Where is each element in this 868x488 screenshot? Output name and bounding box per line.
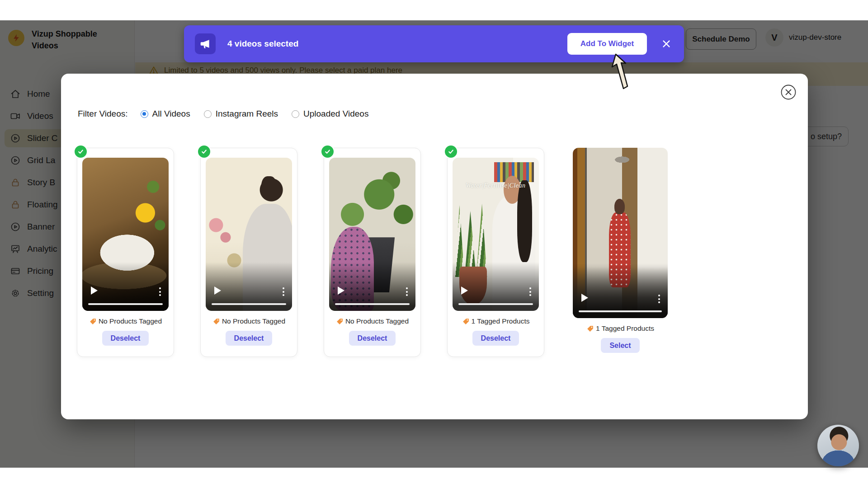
modal-close-icon[interactable] [780,84,797,101]
selected-check-icon [444,145,458,159]
video-progress-bar[interactable] [458,303,533,305]
video-card-5: 1 Tagged Products Select [573,148,668,353]
page: Vizup Shoppable Videos Home Videos Slide… [0,0,868,488]
filter-label: Filter Videos: [78,109,128,119]
tag-row: No Products Tagged [212,317,285,325]
video-select-modal: Filter Videos: All Videos Instagram Reel… [61,74,808,419]
filter-option-uploaded-videos[interactable]: Uploaded Videos [292,109,368,119]
filter-option-instagram-reels[interactable]: Instagram Reels [204,109,278,119]
deselect-button[interactable]: Deselect [226,331,273,346]
filter-option-label: Uploaded Videos [303,109,368,119]
tag-text: 1 Tagged Products [472,317,530,325]
filter-option-label: All Videos [152,109,190,119]
play-icon[interactable] [91,286,98,295]
video-thumbnail-plant-care[interactable]: Water|Fertilise|Clean [453,158,539,311]
selected-check-icon [197,145,211,159]
video-menu-icon[interactable] [406,287,408,296]
video-shade [573,263,668,318]
tag-row: No Products Tagged [89,317,162,325]
video-progress-bar[interactable] [579,310,662,312]
deselect-button[interactable]: Deselect [349,331,396,346]
tag-row: No Products Tagged [336,317,409,325]
mouse-cursor [611,53,633,93]
video-card-2: No Products Tagged Deselect [200,148,297,357]
selection-toast: 4 videos selected Add To Widget [184,25,684,62]
tag-row: 1 Tagged Products [462,317,530,325]
radio-icon[interactable] [292,110,299,118]
tag-icon [586,325,594,333]
selected-check-icon [74,145,88,159]
filter-options: All Videos Instagram Reels Uploaded Vide… [141,109,369,119]
video-thumbnail-plant-holding[interactable] [329,158,415,311]
select-button[interactable]: Select [601,338,639,353]
video-menu-icon[interactable] [159,287,161,296]
tag-text: No Products Tagged [99,317,162,325]
tag-text: No Products Tagged [345,317,409,325]
tag-icon [336,318,344,325]
video-thumbnail-interview[interactable] [206,158,292,311]
video-card-3: No Products Tagged Deselect [324,148,421,357]
toast-close-icon[interactable] [660,37,673,51]
bottom-margin [0,468,868,488]
deselect-button[interactable]: Deselect [472,331,519,346]
filter-row: Filter Videos: All Videos Instagram Reel… [78,109,368,119]
video-card-list: No Products Tagged Deselect No Products … [77,148,668,357]
play-icon[interactable] [461,286,468,295]
video-thumbnail-flower-pot[interactable] [82,158,169,311]
tag-icon [212,318,220,325]
tag-icon [462,318,470,325]
video-card-4: Water|Fertilise|Clean 1 Tagged Products … [447,148,544,357]
add-to-widget-button[interactable]: Add To Widget [567,33,647,55]
video-menu-icon[interactable] [658,295,660,303]
tag-text: No Products Tagged [222,317,285,325]
video-progress-bar[interactable] [335,303,410,305]
radio-icon[interactable] [204,110,212,118]
radio-icon[interactable] [141,110,148,118]
video-menu-icon[interactable] [283,287,284,296]
filter-option-label: Instagram Reels [216,109,278,119]
video-progress-bar[interactable] [212,303,286,305]
tag-text: 1 Tagged Products [596,324,654,333]
megaphone-icon [195,33,216,54]
video-menu-icon[interactable] [529,287,531,296]
selected-check-icon [321,145,335,159]
deselect-button[interactable]: Deselect [102,331,149,346]
filter-option-all-videos[interactable]: All Videos [141,109,190,119]
video-card-1: No Products Tagged Deselect [77,148,174,357]
tag-icon [89,318,97,325]
play-icon[interactable] [338,286,344,295]
toast-message: 4 videos selected [227,39,567,49]
support-chat-avatar[interactable] [817,425,859,466]
play-icon[interactable] [214,286,221,295]
video-caption: Water|Fertilise|Clean [453,182,539,189]
video-progress-bar[interactable] [88,303,163,305]
play-icon[interactable] [581,294,588,302]
tag-row: 1 Tagged Products [586,324,654,333]
video-thumbnail-hallway-outfit[interactable] [573,148,668,318]
